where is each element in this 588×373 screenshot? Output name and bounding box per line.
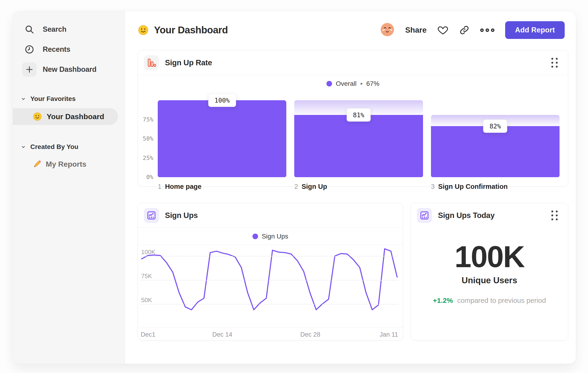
sidebar-item-label: Search	[43, 25, 66, 34]
line-x-tick: Dec 14	[212, 331, 232, 338]
gridline	[141, 256, 398, 256]
main-content: Your Dashboard Share	[125, 11, 576, 364]
line-x-axis: Dec1Dec 14Dec 28Jan 11	[138, 327, 403, 340]
funnel-chart: 75%50%25%0% 100%81%82%	[138, 100, 559, 177]
line-y-tick: 75K	[141, 272, 152, 280]
drag-handle-icon[interactable]	[551, 211, 558, 220]
funnel-legend: Overall • 67%	[138, 75, 568, 92]
funnel-bar-converted	[431, 126, 559, 177]
funnel-bar-home-page[interactable]: 100%	[158, 100, 286, 177]
add-report-button[interactable]: Add Report	[505, 21, 565, 39]
sidebar-item-label: New Dashboard	[43, 65, 96, 74]
sidebar-item-search[interactable]: Search	[22, 22, 125, 37]
page-header: Your Dashboard Share	[138, 21, 565, 39]
line-chart-icon	[144, 208, 159, 223]
stat-value: 100K	[411, 241, 568, 273]
smiley-emoji-icon	[138, 24, 149, 36]
chevron-down-icon	[21, 96, 26, 102]
sign-up-rate-card: Sign Up Rate Overall • 67% 75%50%25%0% 1…	[138, 50, 568, 186]
stat-body: 100K Unique Users +1.2% compared to prev…	[411, 228, 568, 304]
funnel-step-label: 1Home page	[158, 183, 286, 191]
sign-ups-card: Sign Ups Sign Ups 100K75K50K Dec1Dec 14D…	[138, 203, 403, 340]
legend-dot	[326, 81, 332, 87]
funnel-y-tick: 25%	[138, 155, 153, 161]
line-x-tick: Dec 28	[300, 331, 320, 338]
card-title: Sign Ups Today	[438, 211, 495, 220]
sidebar-item-new-dashboard[interactable]: New Dashboard	[22, 62, 125, 77]
heart-icon	[437, 24, 449, 36]
favorites-section-header[interactable]: Your Favorites	[13, 95, 125, 102]
share-button[interactable]: Share	[405, 26, 427, 34]
sidebar-item-label: My Reports	[46, 160, 86, 169]
funnel-bar-sign-up[interactable]: 81%	[294, 100, 423, 177]
ellipsis-icon	[480, 29, 484, 32]
line-y-tick: 50K	[141, 297, 152, 304]
gridline	[141, 280, 398, 281]
smiley-emoji-icon	[33, 112, 42, 121]
sign-ups-today-card: Sign Ups Today 100K Unique Users +1.2% c…	[411, 203, 568, 340]
sidebar-item-your-dashboard[interactable]: Your Dashboard	[13, 108, 118, 125]
delta-percent: +1.2%	[433, 297, 453, 304]
funnel-value-tooltip: 82%	[483, 119, 507, 133]
app-window: Search Recents New Dashboard	[13, 11, 576, 364]
line-chart-icon	[417, 208, 432, 223]
section-title: Your Favorites	[30, 95, 76, 102]
card-title: Sign Up Rate	[165, 58, 212, 67]
legend-label: Overall	[336, 80, 357, 87]
plus-icon	[22, 62, 37, 77]
copy-link-button[interactable]	[459, 25, 470, 35]
funnel-bars: 100%81%82%	[158, 100, 559, 177]
drag-handle-icon[interactable]	[551, 58, 558, 68]
link-icon	[459, 25, 470, 35]
created-by-you-section-header[interactable]: Created By You	[13, 143, 125, 151]
card-header: Sign Up Rate	[138, 50, 568, 75]
funnel-step-label: 2Sign Up	[294, 183, 423, 191]
legend-dot	[252, 234, 258, 239]
line-x-tick: Jan 11	[380, 331, 398, 338]
funnel-y-tick: 0%	[138, 174, 153, 181]
sign-ups-line	[141, 245, 398, 327]
card-title: Sign Ups	[165, 211, 198, 220]
section-title: Created By You	[30, 143, 78, 151]
chevron-down-icon	[21, 144, 26, 150]
sidebar-item-recents[interactable]: Recents	[22, 42, 125, 57]
funnel-value-tooltip: 100%	[208, 94, 236, 107]
line-chart: 100K75K50K	[141, 245, 398, 327]
funnel-y-axis: 75%50%25%0%	[138, 100, 153, 177]
funnel-y-tick: 50%	[138, 135, 153, 142]
bar-chart-icon	[144, 55, 159, 70]
card-header: Sign Ups Today	[411, 203, 568, 228]
line-legend: Sign Ups	[138, 228, 403, 245]
legend-label: Sign Ups	[262, 233, 288, 240]
legend-separator: •	[360, 80, 363, 87]
clock-icon	[22, 42, 37, 57]
pencil-emoji-icon	[33, 160, 42, 169]
line-x-tick: Dec1	[141, 331, 155, 338]
gridline	[141, 304, 398, 304]
funnel-y-tick: 75%	[138, 116, 153, 123]
stat-delta-row: +1.2% compared to previous period	[411, 297, 568, 304]
header-actions: Share Add Report	[380, 21, 565, 39]
sidebar-item-label: Recents	[43, 45, 71, 54]
page-title: Your Dashboard	[154, 24, 228, 36]
funnel-value-tooltip: 81%	[347, 108, 371, 121]
funnel-bar-sign-up-confirmation[interactable]: 82%	[431, 100, 559, 177]
search-icon	[22, 22, 37, 37]
title-wrap: Your Dashboard	[138, 24, 228, 36]
sidebar-nav: Search Recents New Dashboard	[13, 22, 125, 77]
funnel-bar-converted	[294, 115, 423, 177]
sidebar: Search Recents New Dashboard	[13, 11, 125, 364]
more-options-button[interactable]	[480, 29, 494, 32]
funnel-x-axis: 1Home page2Sign Up3Sign Up Confirmation	[158, 183, 559, 191]
delta-caption: compared to previous period	[457, 297, 546, 304]
legend-value: 67%	[366, 80, 379, 87]
stat-unit-label: Unique Users	[411, 276, 568, 285]
funnel-step-label: 3Sign Up Confirmation	[431, 183, 559, 191]
avatar[interactable]	[380, 22, 395, 38]
line-y-tick: 100K	[141, 249, 155, 256]
sidebar-item-label: Your Dashboard	[47, 112, 104, 121]
sidebar-item-my-reports[interactable]: My Reports	[13, 157, 125, 171]
funnel-bar-converted	[158, 100, 286, 177]
card-header: Sign Ups	[138, 203, 403, 228]
favorite-heart-button[interactable]	[437, 24, 449, 36]
